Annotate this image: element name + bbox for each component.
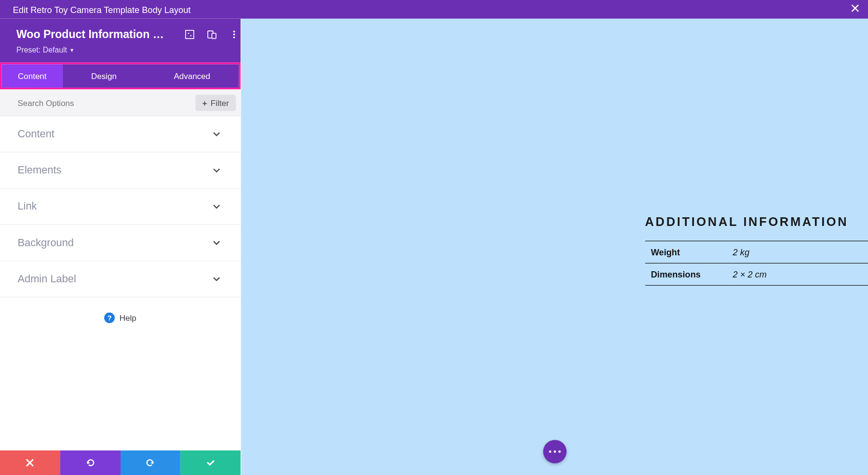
fab-more-button[interactable] bbox=[543, 440, 567, 463]
accordion-elements[interactable]: Elements bbox=[0, 153, 241, 189]
info-heading: ADDITIONAL INFORMATION bbox=[645, 215, 868, 229]
bottom-action-bar bbox=[0, 450, 241, 475]
weight-value: 2 kg bbox=[733, 241, 868, 263]
filter-button[interactable]: + Filter bbox=[195, 94, 236, 111]
help-link[interactable]: ? Help bbox=[0, 297, 241, 338]
accordion-label: Elements bbox=[17, 164, 61, 176]
chevron-down-icon: ▼ bbox=[69, 47, 75, 53]
expand-icon[interactable] bbox=[185, 30, 194, 39]
tabs-highlight: Content Design Advanced bbox=[0, 63, 241, 90]
preset-value: Default bbox=[43, 46, 67, 54]
svg-rect-0 bbox=[186, 30, 194, 39]
accordion-label: Admin Label bbox=[17, 273, 76, 285]
settings-sidebar: Woo Product Information S... bbox=[0, 19, 241, 475]
plus-icon: + bbox=[203, 98, 207, 107]
module-title: Woo Product Information S... bbox=[16, 28, 169, 41]
window-title: Edit Retro Toy Camera Template Body Layo… bbox=[13, 4, 191, 14]
chevron-down-icon bbox=[213, 275, 221, 283]
discard-button[interactable] bbox=[0, 450, 60, 475]
tab-design[interactable]: Design bbox=[63, 64, 145, 88]
preset-selector[interactable]: Preset: Default ▼ bbox=[16, 46, 228, 54]
module-header: Woo Product Information S... bbox=[0, 19, 241, 63]
dimensions-value: 2 × 2 cm bbox=[733, 263, 868, 285]
accordion-label: Link bbox=[17, 200, 37, 212]
accordion-content[interactable]: Content bbox=[0, 116, 241, 152]
accordion-admin-label[interactable]: Admin Label bbox=[0, 261, 241, 297]
search-input[interactable] bbox=[17, 98, 135, 107]
tab-advanced[interactable]: Advanced bbox=[145, 64, 239, 88]
table-row: Weight 2 kg bbox=[645, 241, 868, 263]
accordion-background[interactable]: Background bbox=[0, 225, 241, 261]
chevron-down-icon bbox=[213, 130, 221, 138]
close-icon[interactable] bbox=[851, 3, 860, 15]
table-row: Dimensions 2 × 2 cm bbox=[645, 263, 868, 285]
help-label: Help bbox=[120, 313, 136, 322]
svg-point-3 bbox=[233, 31, 235, 33]
undo-button[interactable] bbox=[60, 450, 121, 475]
save-button[interactable] bbox=[180, 450, 241, 475]
chevron-down-icon bbox=[213, 238, 221, 247]
chevron-down-icon bbox=[213, 166, 221, 174]
accordion-link[interactable]: Link bbox=[0, 189, 241, 225]
help-icon: ? bbox=[104, 313, 115, 323]
ellipsis-icon bbox=[549, 450, 560, 453]
responsive-icon[interactable] bbox=[207, 30, 217, 39]
more-icon[interactable] bbox=[230, 30, 239, 39]
filter-label: Filter bbox=[211, 98, 229, 107]
tab-content[interactable]: Content bbox=[2, 64, 63, 88]
info-table: Weight 2 kg Dimensions 2 × 2 cm bbox=[645, 241, 868, 286]
dimensions-label: Dimensions bbox=[645, 263, 733, 285]
settings-tabs: Content Design Advanced bbox=[2, 64, 239, 88]
search-row: + Filter bbox=[0, 90, 241, 117]
redo-button[interactable] bbox=[120, 450, 180, 475]
window-title-bar: Edit Retro Toy Camera Template Body Layo… bbox=[0, 0, 868, 19]
preset-label: Preset: bbox=[16, 46, 41, 54]
product-info-block: ADDITIONAL INFORMATION Weight 2 kg Dimen… bbox=[645, 215, 868, 286]
weight-label: Weight bbox=[645, 241, 733, 263]
svg-point-5 bbox=[233, 37, 235, 39]
accordion-label: Background bbox=[17, 237, 74, 249]
svg-rect-2 bbox=[212, 33, 216, 39]
chevron-down-icon bbox=[213, 202, 221, 211]
accordion-label: Content bbox=[17, 128, 54, 140]
preview-canvas: ADDITIONAL INFORMATION Weight 2 kg Dimen… bbox=[241, 19, 868, 475]
svg-point-4 bbox=[233, 34, 235, 36]
